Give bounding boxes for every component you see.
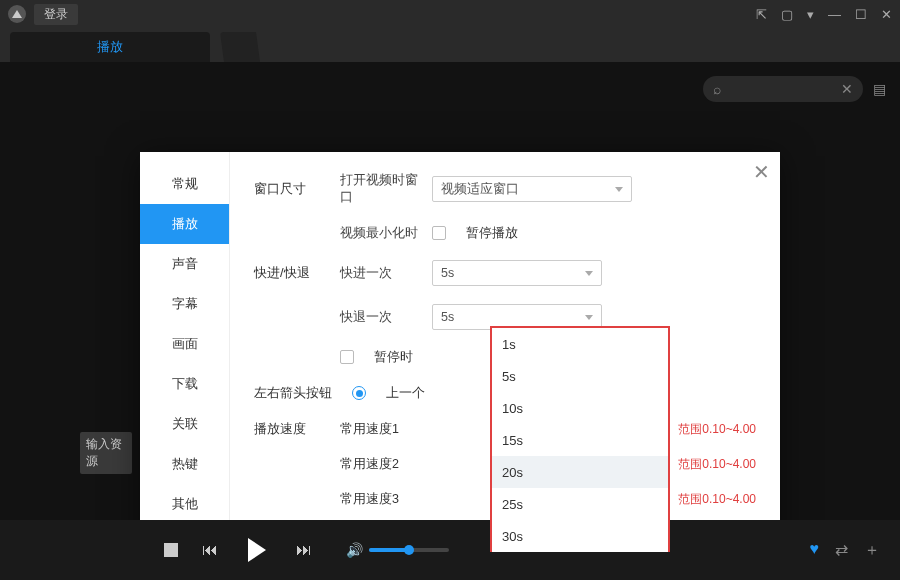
pause-checkbox[interactable] [340, 350, 354, 364]
sidebar-item-hotkey[interactable]: 热键 [140, 444, 229, 484]
pause-label: 暂停时 [374, 348, 413, 366]
speed2-hint: 范围0.10~4.00 [678, 456, 756, 473]
top-tools: ⌕ ✕ ▤ [703, 76, 886, 102]
speed3-hint: 范围0.10~4.00 [678, 491, 756, 508]
play-button[interactable] [242, 538, 272, 562]
folder-icon[interactable]: ▢ [781, 8, 793, 21]
window-size-select[interactable]: 视频适应窗口 [432, 176, 632, 202]
previous-button[interactable]: ⏮ [202, 541, 218, 559]
pause-on-minimize-label: 暂停播放 [466, 224, 518, 242]
window-size-value: 视频适应窗口 [441, 181, 519, 198]
clear-icon[interactable]: ✕ [841, 81, 853, 97]
seek-label: 快进/快退 [254, 264, 326, 282]
resource-input[interactable]: 输入资源 [80, 432, 132, 474]
arrow-buttons-label: 左右箭头按钮 [254, 384, 338, 402]
sidebar-item-download[interactable]: 下载 [140, 364, 229, 404]
content-area: ⌕ ✕ ▤ 输入资源 ✕ 常规 播放 声音 字幕 画面 下载 关联 热键 其他 … [0, 62, 900, 520]
search-icon: ⌕ [713, 81, 721, 97]
next-button[interactable]: ⏭ [296, 541, 312, 559]
volume-slider[interactable] [369, 548, 449, 552]
sidebar-item-video[interactable]: 画面 [140, 324, 229, 364]
playlist-icon[interactable]: ♥ [810, 540, 820, 561]
speed1-hint: 范围0.10~4.00 [678, 421, 756, 438]
minimize-icon[interactable]: — [828, 8, 841, 21]
speed1-label: 常用速度1 [340, 421, 408, 438]
backward-dropdown-list: 1s 5s 10s 15s 20s 25s 30s [490, 326, 670, 552]
player-bar: ⏮ ⏭ 🔊 ♥ ⇄ ＋ [0, 520, 900, 580]
window-size-label: 窗口尺寸 [254, 180, 326, 198]
sidebar-item-audio[interactable]: 声音 [140, 244, 229, 284]
pause-on-minimize-checkbox[interactable] [432, 226, 446, 240]
backward-label: 快退一次 [340, 309, 418, 326]
minimize-label: 视频最小化时 [340, 225, 418, 242]
arrow-prev-radio[interactable] [352, 386, 366, 400]
dropdown-option[interactable]: 30s [492, 520, 668, 552]
dropdown-option[interactable]: 25s [492, 488, 668, 520]
window-controls: ⇱ ▢ ▾ — ☐ ✕ [756, 8, 892, 21]
sidebar-item-subtitle[interactable]: 字幕 [140, 284, 229, 324]
arrow-prev-label: 上一个 [386, 384, 425, 402]
settings-sidebar: 常规 播放 声音 字幕 画面 下载 关联 热键 其他 [140, 152, 230, 552]
sidebar-item-general[interactable]: 常规 [140, 164, 229, 204]
add-icon[interactable]: ＋ [864, 540, 880, 561]
speed2-label: 常用速度2 [340, 456, 408, 473]
forward-label: 快进一次 [340, 265, 418, 282]
volume-icon[interactable]: 🔊 [346, 542, 363, 558]
pin-icon[interactable]: ⇱ [756, 8, 767, 21]
sidebar-item-association[interactable]: 关联 [140, 404, 229, 444]
open-video-window-label: 打开视频时窗口 [340, 172, 418, 206]
sidebar-item-playback[interactable]: 播放 [140, 204, 229, 244]
menu-icon[interactable]: ▾ [807, 8, 814, 21]
sidebar-item-other[interactable]: 其他 [140, 484, 229, 524]
dropdown-option[interactable]: 15s [492, 424, 668, 456]
forward-select[interactable]: 5s [432, 260, 602, 286]
titlebar: 登录 ⇱ ▢ ▾ — ☐ ✕ [0, 0, 900, 28]
settings-dialog: ✕ 常规 播放 声音 字幕 画面 下载 关联 热键 其他 窗口尺寸 打开视频时窗… [140, 152, 780, 552]
tabbar: 播放 [0, 28, 900, 62]
stop-button[interactable] [164, 543, 178, 557]
app-logo [8, 5, 26, 23]
layout-toggle-icon[interactable]: ▤ [873, 81, 886, 97]
speed-label: 播放速度 [254, 420, 326, 438]
close-window-icon[interactable]: ✕ [881, 8, 892, 21]
login-button[interactable]: 登录 [34, 4, 78, 25]
backward-value: 5s [441, 310, 454, 324]
tab-empty[interactable] [220, 32, 260, 62]
equalizer-icon[interactable]: ⇄ [835, 540, 848, 561]
dropdown-option[interactable]: 10s [492, 392, 668, 424]
search-input[interactable]: ⌕ ✕ [703, 76, 863, 102]
chevron-down-icon [585, 315, 593, 320]
speed3-label: 常用速度3 [340, 491, 408, 508]
maximize-icon[interactable]: ☐ [855, 8, 867, 21]
dropdown-option[interactable]: 1s [492, 328, 668, 360]
chevron-down-icon [585, 271, 593, 276]
tab-playback[interactable]: 播放 [10, 32, 210, 62]
settings-panel: 窗口尺寸 打开视频时窗口 视频适应窗口 视频最小化时 暂停播放 快进/快退 快进… [230, 152, 780, 552]
chevron-down-icon [615, 187, 623, 192]
forward-value: 5s [441, 266, 454, 280]
dropdown-option[interactable]: 5s [492, 360, 668, 392]
dropdown-option[interactable]: 20s [492, 456, 668, 488]
volume-control: 🔊 [346, 542, 449, 558]
